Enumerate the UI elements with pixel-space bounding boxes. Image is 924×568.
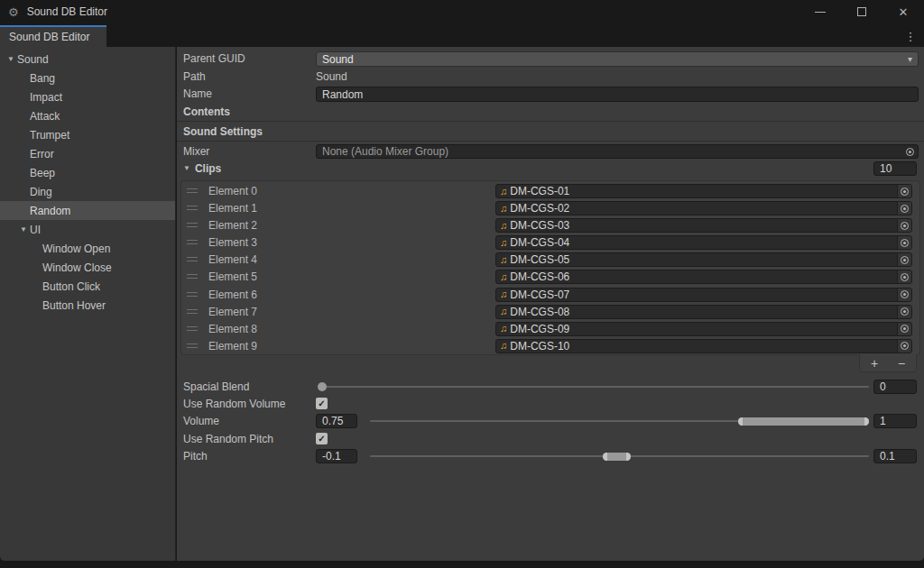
clip-picker-button[interactable] xyxy=(897,185,911,197)
tab-sound-db-editor[interactable]: Sound DB Editor xyxy=(0,25,106,47)
spacial-blend-value-input[interactable]: 0 xyxy=(873,380,917,394)
object-picker-icon xyxy=(901,188,909,196)
clip-object-field[interactable]: ♫ DM-CGS-02 xyxy=(495,201,912,215)
drag-handle-icon[interactable] xyxy=(187,188,198,193)
volume-range-handle[interactable] xyxy=(738,417,869,426)
pitch-range-handle[interactable] xyxy=(603,453,630,461)
clip-picker-button[interactable] xyxy=(897,253,911,266)
clips-count-input[interactable]: 10 xyxy=(873,161,917,176)
title-bar: ⚙ Sound DB Editor ✕ xyxy=(0,0,924,23)
clip-picker-button[interactable] xyxy=(897,270,911,283)
element-label: Element 7 xyxy=(208,306,257,319)
clip-name: DM-CGS-04 xyxy=(510,236,897,249)
tab-label: Sound DB Editor xyxy=(9,31,89,43)
clip-picker-button[interactable] xyxy=(897,306,911,318)
clip-name: DM-CGS-08 xyxy=(510,306,897,318)
volume-min-input[interactable]: 0.75 xyxy=(316,414,357,428)
use-random-volume-checkbox[interactable]: ✓ xyxy=(316,398,328,409)
clip-element-row: Element 8 ♫ DM-CGS-09 xyxy=(181,321,919,338)
drag-handle-icon[interactable] xyxy=(187,344,198,348)
clip-picker-button[interactable] xyxy=(897,219,911,232)
clip-object-field[interactable]: ♫ DM-CGS-09 xyxy=(495,322,912,336)
element-label: Element 9 xyxy=(208,340,257,353)
clip-object-field[interactable]: ♫ DM-CGS-07 xyxy=(495,288,912,302)
checkmark-icon: ✓ xyxy=(318,434,325,444)
window-controls: ✕ xyxy=(799,0,924,23)
mixer-picker-button[interactable] xyxy=(904,145,916,158)
clip-picker-button[interactable] xyxy=(897,323,911,335)
sidebar-item-random[interactable]: Random xyxy=(0,201,175,220)
clips-foldout[interactable]: ▼ Clips xyxy=(183,161,221,176)
clip-picker-button[interactable] xyxy=(897,289,911,301)
audio-clip-icon: ♫ xyxy=(500,204,507,214)
add-element-button[interactable]: + xyxy=(864,356,885,371)
drag-handle-icon[interactable] xyxy=(187,223,198,227)
foldout-open-icon[interactable]: ▼ xyxy=(5,55,17,63)
foldout-open-icon[interactable]: ▼ xyxy=(17,225,30,234)
sidebar-item-bang[interactable]: Bang xyxy=(0,69,175,87)
clip-element-row: Element 6 ♫ DM-CGS-07 xyxy=(181,287,919,304)
volume-max-value: 1 xyxy=(880,415,886,427)
sidebar-item-window-open[interactable]: Window Open xyxy=(0,239,175,258)
sidebar-item-button-click[interactable]: Button Click xyxy=(0,277,175,296)
sidebar-item-error[interactable]: Error xyxy=(0,144,175,163)
minimize-button[interactable] xyxy=(799,0,841,23)
volume-minmax-slider[interactable] xyxy=(370,420,869,422)
volume-max-input[interactable]: 1 xyxy=(873,414,917,428)
name-input[interactable]: Random xyxy=(316,87,919,102)
sidebar-item-label: Window Close xyxy=(42,261,112,274)
maximize-icon xyxy=(857,7,866,16)
sidebar-item-ding[interactable]: Ding xyxy=(0,182,175,201)
clip-name: DM-CGS-09 xyxy=(510,323,897,335)
sidebar-item-ui[interactable]: ▼ UI xyxy=(0,220,175,239)
kebab-menu-icon[interactable]: ⋮ xyxy=(902,28,919,44)
pitch-minmax-slider[interactable] xyxy=(370,455,869,457)
parent-guid-dropdown[interactable]: Sound ▾ xyxy=(316,51,919,67)
drag-handle-icon[interactable] xyxy=(187,326,198,331)
sidebar-item-impact[interactable]: Impact xyxy=(0,87,175,106)
drag-handle-icon[interactable] xyxy=(187,257,198,261)
sidebar-item-button-hover[interactable]: Button Hover xyxy=(0,296,175,315)
window-title: Sound DB Editor xyxy=(27,5,107,18)
editor-content: ▼ Sound Bang Impact Attack Trumpet Error… xyxy=(0,47,924,561)
clip-picker-button[interactable] xyxy=(897,340,911,353)
object-picker-icon xyxy=(901,325,909,333)
maximize-button[interactable] xyxy=(841,0,882,23)
clip-name: DM-CGS-10 xyxy=(510,340,897,353)
audio-clip-icon: ♫ xyxy=(500,289,507,299)
element-label: Element 0 xyxy=(208,185,257,198)
close-button[interactable]: ✕ xyxy=(882,0,924,23)
drag-handle-icon[interactable] xyxy=(187,206,198,210)
use-random-pitch-checkbox[interactable]: ✓ xyxy=(316,433,328,444)
drag-handle-icon[interactable] xyxy=(187,240,198,244)
use-random-pitch-label: Use Random Pitch xyxy=(183,432,273,446)
path-value: Sound xyxy=(316,69,347,84)
clip-object-field[interactable]: ♫ DM-CGS-08 xyxy=(495,305,912,319)
drag-handle-icon[interactable] xyxy=(187,309,198,314)
drag-handle-icon[interactable] xyxy=(187,292,198,297)
clip-object-field[interactable]: ♫ DM-CGS-10 xyxy=(495,339,912,353)
clip-object-field[interactable]: ♫ DM-CGS-01 xyxy=(495,184,912,198)
sidebar-item-attack[interactable]: Attack xyxy=(0,106,175,125)
slider-knob[interactable] xyxy=(318,382,327,391)
spacial-blend-slider[interactable] xyxy=(320,386,869,388)
clip-object-field[interactable]: ♫ DM-CGS-03 xyxy=(495,218,912,233)
clip-picker-button[interactable] xyxy=(897,236,911,249)
clips-count-value: 10 xyxy=(880,162,892,175)
clip-object-field[interactable]: ♫ DM-CGS-04 xyxy=(495,235,912,250)
sidebar-item-sound[interactable]: ▼ Sound xyxy=(0,50,175,69)
clip-object-field[interactable]: ♫ DM-CGS-06 xyxy=(495,270,912,284)
clip-object-field[interactable]: ♫ DM-CGS-05 xyxy=(495,252,912,267)
pitch-max-input[interactable]: 0.1 xyxy=(873,449,917,463)
pitch-min-input[interactable]: -0.1 xyxy=(316,449,357,463)
mixer-value: None (Audio Mixer Group) xyxy=(322,145,448,158)
mixer-object-field[interactable]: None (Audio Mixer Group) xyxy=(316,144,919,159)
sidebar-item-trumpet[interactable]: Trumpet xyxy=(0,125,175,144)
drag-handle-icon[interactable] xyxy=(187,274,198,279)
sidebar-item-beep[interactable]: Beep xyxy=(0,163,175,182)
clip-picker-button[interactable] xyxy=(897,202,911,215)
sidebar-item-window-close[interactable]: Window Close xyxy=(0,258,175,277)
clip-element-row: Element 7 ♫ DM-CGS-08 xyxy=(181,304,919,321)
remove-element-button[interactable]: − xyxy=(891,356,912,371)
sidebar-item-label: Beep xyxy=(30,167,55,179)
